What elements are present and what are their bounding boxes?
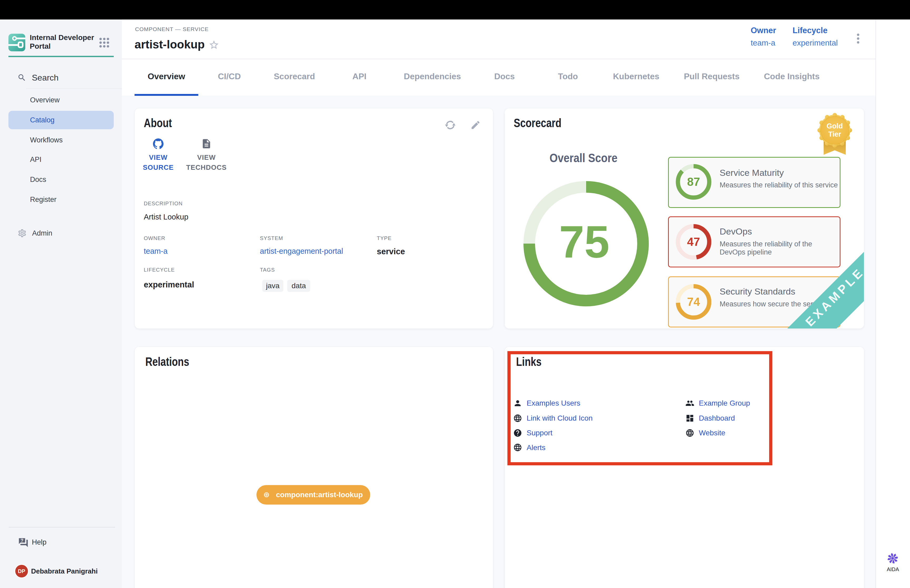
svg-text:Gold: Gold xyxy=(826,122,843,130)
svg-text:?: ? xyxy=(21,538,23,543)
svg-text:Tier: Tier xyxy=(828,130,841,138)
